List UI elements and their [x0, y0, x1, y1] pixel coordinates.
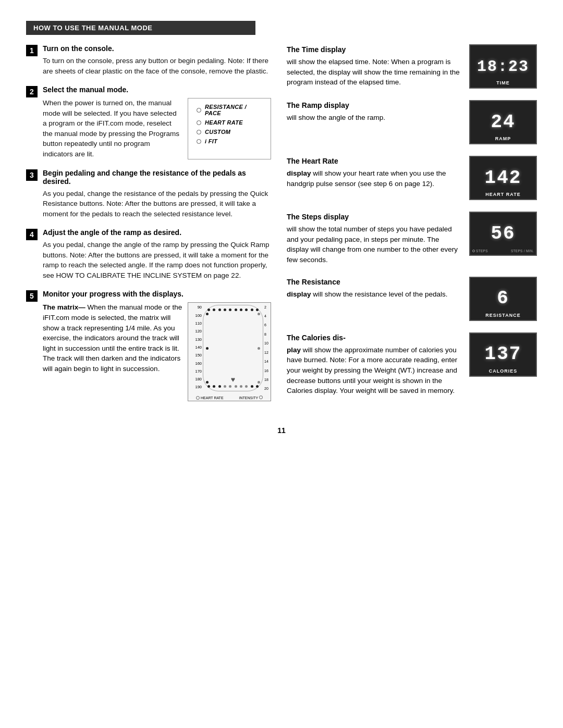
mode-item-resistance-pace: RESISTANCE / PACE: [197, 104, 262, 116]
track-dot: [251, 385, 253, 388]
step-1: 1 Turn on the console. To turn on the co…: [26, 44, 271, 76]
track-dot: [207, 385, 210, 388]
lcd-ramp-label: RAMP: [495, 136, 511, 141]
mode-label-custom: CUSTOM: [205, 129, 230, 135]
step-4-content: Adjust the angle of the ramp as desired.…: [43, 228, 271, 280]
two-col-layout: 1 Turn on the console. To turn on the co…: [26, 44, 537, 411]
heart-rate-indicator-dot: [196, 396, 200, 400]
display-steps-row: The Steps display will show the total nu…: [287, 212, 537, 265]
display-resistance-body: display will show the resistance level o…: [287, 289, 462, 300]
lcd-heart-rate-value: 142: [485, 169, 522, 188]
lcd-steps-value: 56: [491, 225, 515, 243]
matrix-label: The matrix—: [43, 303, 85, 311]
step-num-5: 5: [26, 290, 38, 302]
display-heart-rate-body: display will show your heart rate when y…: [287, 168, 462, 189]
display-time-row: The Time display will show the elapsed t…: [287, 44, 537, 89]
matrix-track: ♥: [203, 305, 263, 391]
step-5-title: Monitor your progress with the displays.: [43, 290, 271, 298]
mode-item-ifit: i FIT: [197, 138, 262, 144]
display-calories-body-bold: play: [287, 346, 301, 354]
display-calories-title: The Calories dis-: [287, 332, 462, 343]
step-1-title: Turn on the console.: [43, 44, 271, 53]
step-5-body: The matrix— When the manual mode or the …: [43, 302, 182, 374]
step-2-title: Select the manual mode.: [43, 85, 271, 94]
mode-label-heart-rate: HEART RATE: [205, 119, 243, 126]
step-1-body: To turn on the console, press any button…: [43, 56, 271, 76]
track-dot: [229, 385, 231, 388]
mode-item-custom: CUSTOM: [197, 129, 262, 135]
step-1-content: Turn on the console. To turn on the cons…: [43, 44, 271, 76]
left-column: 1 Turn on the console. To turn on the co…: [26, 44, 271, 411]
track-dot: [229, 309, 231, 311]
matrix-x-labels: 20 18 16 14 12 10 8 6 4 2: [263, 303, 271, 391]
track-dot: [207, 309, 210, 311]
step-3: 3 Begin pedaling and change the resistan…: [26, 169, 271, 219]
matrix-label-heart-rate: HEART RATE: [201, 396, 224, 400]
display-ramp-body: will show the angle of the ramp.: [287, 113, 462, 123]
track-dot: [224, 385, 226, 388]
step-num-1: 1: [26, 45, 38, 56]
lcd-ramp-value: 24: [491, 113, 515, 132]
lcd-time: 18:23 TIME: [469, 44, 537, 89]
lcd-resistance: 6 RESISTANCE: [469, 277, 537, 321]
track-dot: [218, 385, 221, 388]
display-heart-rate-text: The Heart Rate display will show your he…: [287, 156, 462, 189]
track-dot: [240, 309, 242, 311]
steps-dot-left: [472, 250, 475, 252]
display-resistance-title: The Resistance: [287, 277, 462, 287]
steps-label-left: STEPS: [476, 249, 488, 253]
display-heart-rate-body-rest: will show your heart rate when you use t…: [287, 169, 446, 188]
display-ramp-text: The Ramp display will show the angle of …: [287, 100, 462, 123]
lcd-steps: 56 STEPS STEPS / MIN.: [469, 212, 537, 256]
page-number: 11: [26, 426, 537, 435]
mode-selector-wrap: When the power is turned on, the manual …: [43, 98, 271, 159]
lcd-heart-rate: 142 HEART RATE: [469, 156, 537, 200]
display-resistance-text: The Resistance display will show the res…: [287, 277, 462, 300]
track-dot: [213, 309, 215, 311]
page: HOW TO USE THE MANUAL MODE 1 Turn on the…: [0, 0, 563, 728]
display-ramp-row: The Ramp display will show the angle of …: [287, 100, 537, 144]
display-calories-row: The Calories dis- play will show the app…: [287, 332, 537, 396]
step-num-2: 2: [26, 86, 38, 97]
display-steps-text: The Steps display will show the total nu…: [287, 212, 462, 265]
display-resistance-body-rest: will show the resistance level of the pe…: [311, 290, 448, 298]
track-dot: [240, 385, 242, 388]
lcd-calories: 137 CALORIES: [469, 332, 537, 377]
mode-selector-box: RESISTANCE / PACE HEART RATE CUSTOM: [188, 98, 271, 159]
step-3-body: As you pedal, change the resistance of t…: [43, 189, 271, 219]
step-2-content: Select the manual mode. When the power i…: [43, 85, 271, 159]
lcd-time-label: TIME: [496, 80, 510, 85]
track-dot: [224, 309, 226, 311]
track-dot: [218, 309, 221, 311]
matrix-label-intensity: INTENSITY: [239, 396, 263, 400]
display-resistance-body-bold: display: [287, 290, 311, 298]
lcd-calories-value: 137: [485, 345, 522, 364]
matrix-bottom-labels: HEART RATE INTENSITY: [188, 396, 271, 400]
lcd-ramp: 24 RAMP: [469, 100, 537, 144]
step-4-title: Adjust the angle of the ramp as desired.: [43, 228, 271, 237]
steps-label-right: STEPS / MIN.: [511, 249, 534, 253]
display-steps-body: will show the total number of steps you …: [287, 224, 462, 265]
display-time-title: The Time display: [287, 44, 462, 55]
step-num-4: 4: [26, 229, 38, 240]
section-header: HOW TO USE THE MANUAL MODE: [26, 21, 255, 35]
track-dot: [206, 347, 209, 350]
track-dot: [245, 309, 248, 311]
track-dot: [258, 313, 260, 315]
display-calories-body-rest: will show the approximate number of calo…: [287, 346, 457, 394]
track-dot: [235, 385, 237, 388]
display-heart-rate-title: The Heart Rate: [287, 156, 462, 166]
step-2: 2 Select the manual mode. When the power…: [26, 85, 271, 159]
track-dot: [206, 381, 209, 384]
step-3-content: Begin pedaling and change the resistance…: [43, 169, 271, 219]
lcd-resistance-label: RESISTANCE: [485, 313, 520, 318]
lcd-resistance-value: 6: [497, 289, 509, 308]
track-dot: [256, 309, 259, 311]
lcd-heart-rate-label: HEART RATE: [485, 192, 520, 197]
display-calories-text: The Calories dis- play will show the app…: [287, 332, 462, 396]
step-4: 4 Adjust the angle of the ramp as desire…: [26, 228, 271, 280]
radio-resistance-pace: [197, 108, 201, 113]
track-dot: [258, 347, 260, 350]
display-time-text: The Time display will show the elapsed t…: [287, 44, 462, 88]
display-heart-rate-row: The Heart Rate display will show your he…: [287, 156, 537, 200]
